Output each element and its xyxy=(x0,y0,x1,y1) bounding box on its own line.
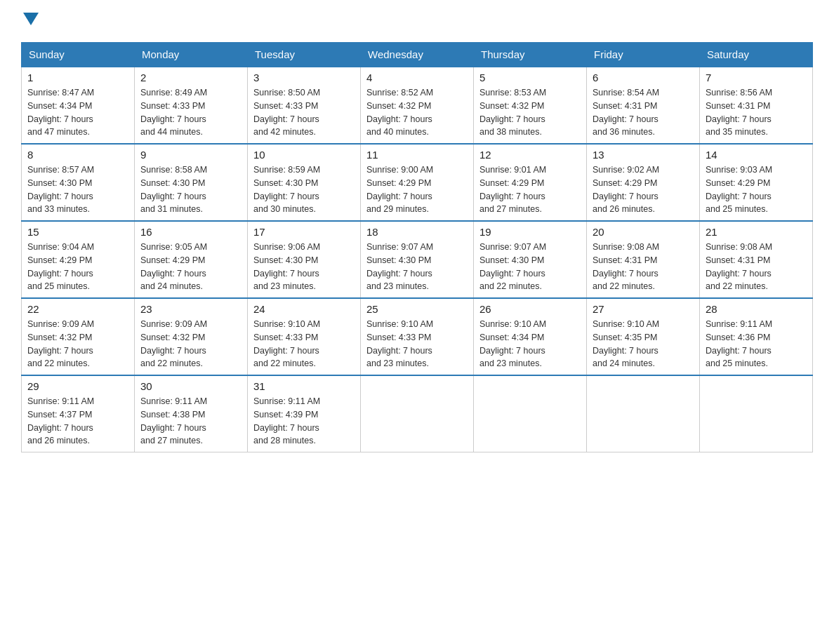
calendar-cell: 1 Sunrise: 8:47 AMSunset: 4:34 PMDayligh… xyxy=(22,67,135,144)
day-number: 29 xyxy=(27,380,128,392)
day-number: 19 xyxy=(479,226,581,238)
day-number: 4 xyxy=(366,72,468,83)
day-number: 11 xyxy=(366,149,468,161)
day-info: Sunrise: 9:01 AMSunset: 4:29 PMDaylight:… xyxy=(479,163,581,216)
day-number: 22 xyxy=(27,303,128,315)
day-number: 15 xyxy=(27,226,128,238)
calendar-header-saturday: Saturday xyxy=(700,43,813,67)
calendar-cell: 31 Sunrise: 9:11 AMSunset: 4:39 PMDaylig… xyxy=(248,375,361,452)
calendar-header-sunday: Sunday xyxy=(22,43,135,67)
calendar-cell: 21 Sunrise: 9:08 AMSunset: 4:31 PMDaylig… xyxy=(700,221,813,298)
calendar-cell xyxy=(361,375,474,452)
day-number: 30 xyxy=(140,380,241,392)
day-info: Sunrise: 8:49 AMSunset: 4:33 PMDaylight:… xyxy=(140,86,241,139)
svg-marker-0 xyxy=(23,13,39,25)
calendar-cell: 15 Sunrise: 9:04 AMSunset: 4:29 PMDaylig… xyxy=(22,221,135,298)
calendar-cell: 25 Sunrise: 9:10 AMSunset: 4:33 PMDaylig… xyxy=(361,298,474,375)
calendar-cell: 6 Sunrise: 8:54 AMSunset: 4:31 PMDayligh… xyxy=(587,67,700,144)
day-number: 20 xyxy=(593,226,694,238)
day-info: Sunrise: 9:06 AMSunset: 4:30 PMDaylight:… xyxy=(253,241,355,293)
calendar-cell: 11 Sunrise: 9:00 AMSunset: 4:29 PMDaylig… xyxy=(361,144,474,221)
day-info: Sunrise: 9:10 AMSunset: 4:33 PMDaylight:… xyxy=(366,318,468,370)
day-info: Sunrise: 9:00 AMSunset: 4:29 PMDaylight:… xyxy=(366,163,468,216)
calendar-header-monday: Monday xyxy=(135,43,248,67)
day-number: 7 xyxy=(706,72,807,83)
calendar-week-3: 15 Sunrise: 9:04 AMSunset: 4:29 PMDaylig… xyxy=(22,221,813,298)
calendar-header-friday: Friday xyxy=(587,43,700,67)
day-number: 23 xyxy=(140,303,241,315)
calendar-cell: 30 Sunrise: 9:11 AMSunset: 4:38 PMDaylig… xyxy=(135,375,248,452)
calendar-cell: 20 Sunrise: 9:08 AMSunset: 4:31 PMDaylig… xyxy=(587,221,700,298)
calendar-cell xyxy=(474,375,587,452)
calendar-cell: 7 Sunrise: 8:56 AMSunset: 4:31 PMDayligh… xyxy=(700,67,813,144)
calendar-cell: 17 Sunrise: 9:06 AMSunset: 4:30 PMDaylig… xyxy=(248,221,361,298)
calendar-table: SundayMondayTuesdayWednesdayThursdayFrid… xyxy=(21,42,813,452)
day-info: Sunrise: 9:11 AMSunset: 4:36 PMDaylight:… xyxy=(706,318,807,370)
day-number: 5 xyxy=(479,72,581,83)
calendar-cell: 16 Sunrise: 9:05 AMSunset: 4:29 PMDaylig… xyxy=(135,221,248,298)
page-header xyxy=(21,14,813,29)
calendar-cell xyxy=(587,375,700,452)
day-info: Sunrise: 8:50 AMSunset: 4:33 PMDaylight:… xyxy=(253,86,355,139)
calendar-cell: 14 Sunrise: 9:03 AMSunset: 4:29 PMDaylig… xyxy=(700,144,813,221)
day-number: 28 xyxy=(706,303,807,315)
day-number: 3 xyxy=(253,72,355,83)
logo-triangle-icon xyxy=(23,13,39,28)
day-number: 12 xyxy=(479,149,581,161)
day-info: Sunrise: 9:07 AMSunset: 4:30 PMDaylight:… xyxy=(366,241,468,293)
day-info: Sunrise: 9:09 AMSunset: 4:32 PMDaylight:… xyxy=(27,318,128,370)
day-number: 24 xyxy=(253,303,355,315)
calendar-week-5: 29 Sunrise: 9:11 AMSunset: 4:37 PMDaylig… xyxy=(22,375,813,452)
day-number: 1 xyxy=(27,72,128,83)
day-number: 18 xyxy=(366,226,468,238)
day-info: Sunrise: 8:53 AMSunset: 4:32 PMDaylight:… xyxy=(479,86,581,139)
calendar-cell: 4 Sunrise: 8:52 AMSunset: 4:32 PMDayligh… xyxy=(361,67,474,144)
day-info: Sunrise: 8:59 AMSunset: 4:30 PMDaylight:… xyxy=(253,163,355,216)
day-number: 2 xyxy=(140,72,241,83)
calendar-cell xyxy=(700,375,813,452)
calendar-cell: 8 Sunrise: 8:57 AMSunset: 4:30 PMDayligh… xyxy=(22,144,135,221)
calendar-cell: 22 Sunrise: 9:09 AMSunset: 4:32 PMDaylig… xyxy=(22,298,135,375)
day-number: 21 xyxy=(706,226,807,238)
calendar-cell: 5 Sunrise: 8:53 AMSunset: 4:32 PMDayligh… xyxy=(474,67,587,144)
day-info: Sunrise: 9:05 AMSunset: 4:29 PMDaylight:… xyxy=(140,241,241,293)
day-number: 31 xyxy=(253,380,355,392)
day-info: Sunrise: 8:47 AMSunset: 4:34 PMDaylight:… xyxy=(27,86,128,139)
calendar-cell: 13 Sunrise: 9:02 AMSunset: 4:29 PMDaylig… xyxy=(587,144,700,221)
calendar-cell: 27 Sunrise: 9:10 AMSunset: 4:35 PMDaylig… xyxy=(587,298,700,375)
day-number: 16 xyxy=(140,226,241,238)
calendar-cell: 24 Sunrise: 9:10 AMSunset: 4:33 PMDaylig… xyxy=(248,298,361,375)
calendar-week-1: 1 Sunrise: 8:47 AMSunset: 4:34 PMDayligh… xyxy=(22,67,813,144)
day-number: 8 xyxy=(27,149,128,161)
calendar-cell: 10 Sunrise: 8:59 AMSunset: 4:30 PMDaylig… xyxy=(248,144,361,221)
day-number: 14 xyxy=(706,149,807,161)
day-info: Sunrise: 9:03 AMSunset: 4:29 PMDaylight:… xyxy=(706,163,807,216)
day-number: 27 xyxy=(593,303,694,315)
calendar-cell: 12 Sunrise: 9:01 AMSunset: 4:29 PMDaylig… xyxy=(474,144,587,221)
day-info: Sunrise: 9:11 AMSunset: 4:39 PMDaylight:… xyxy=(253,395,355,448)
logo xyxy=(21,14,39,29)
calendar-header-tuesday: Tuesday xyxy=(248,43,361,67)
day-info: Sunrise: 9:07 AMSunset: 4:30 PMDaylight:… xyxy=(479,241,581,293)
calendar-cell: 19 Sunrise: 9:07 AMSunset: 4:30 PMDaylig… xyxy=(474,221,587,298)
calendar-week-4: 22 Sunrise: 9:09 AMSunset: 4:32 PMDaylig… xyxy=(22,298,813,375)
day-info: Sunrise: 9:04 AMSunset: 4:29 PMDaylight:… xyxy=(27,241,128,293)
day-number: 10 xyxy=(253,149,355,161)
calendar-cell: 26 Sunrise: 9:10 AMSunset: 4:34 PMDaylig… xyxy=(474,298,587,375)
day-info: Sunrise: 9:10 AMSunset: 4:35 PMDaylight:… xyxy=(593,318,694,370)
day-info: Sunrise: 9:10 AMSunset: 4:34 PMDaylight:… xyxy=(479,318,581,370)
day-info: Sunrise: 9:11 AMSunset: 4:37 PMDaylight:… xyxy=(27,395,128,448)
day-number: 26 xyxy=(479,303,581,315)
calendar-header-row: SundayMondayTuesdayWednesdayThursdayFrid… xyxy=(22,43,813,67)
day-number: 9 xyxy=(140,149,241,161)
day-number: 25 xyxy=(366,303,468,315)
calendar-cell: 9 Sunrise: 8:58 AMSunset: 4:30 PMDayligh… xyxy=(135,144,248,221)
day-info: Sunrise: 8:57 AMSunset: 4:30 PMDaylight:… xyxy=(27,163,128,216)
calendar-cell: 3 Sunrise: 8:50 AMSunset: 4:33 PMDayligh… xyxy=(248,67,361,144)
calendar-cell: 18 Sunrise: 9:07 AMSunset: 4:30 PMDaylig… xyxy=(361,221,474,298)
day-info: Sunrise: 9:11 AMSunset: 4:38 PMDaylight:… xyxy=(140,395,241,448)
day-info: Sunrise: 9:09 AMSunset: 4:32 PMDaylight:… xyxy=(140,318,241,370)
day-info: Sunrise: 9:08 AMSunset: 4:31 PMDaylight:… xyxy=(706,241,807,293)
calendar-cell: 23 Sunrise: 9:09 AMSunset: 4:32 PMDaylig… xyxy=(135,298,248,375)
day-info: Sunrise: 8:52 AMSunset: 4:32 PMDaylight:… xyxy=(366,86,468,139)
